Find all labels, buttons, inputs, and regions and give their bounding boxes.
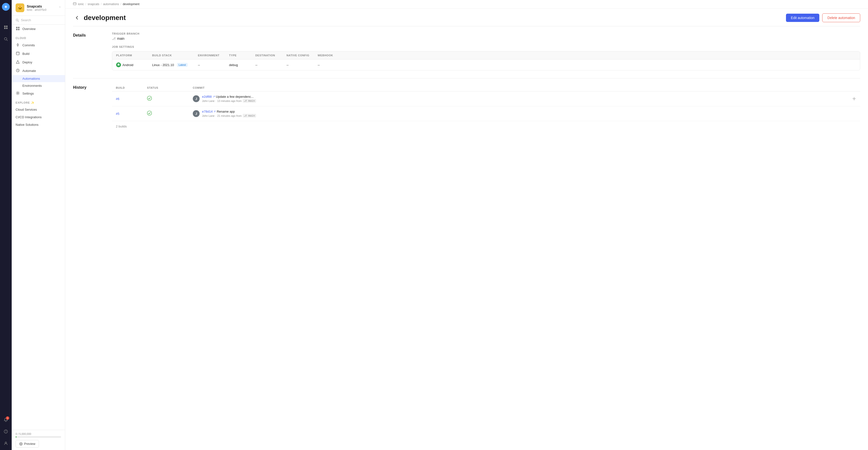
row-actions-1[interactable] (846, 96, 856, 101)
build-label: Build (22, 52, 29, 56)
sidebar-item-cicd[interactable]: CI/CD Integrations (12, 113, 65, 121)
progress-label: 0 / 5,000,000 (16, 432, 61, 435)
commit-hash-2[interactable]: e78d14 (202, 110, 213, 113)
history-row-2: #5 J (112, 106, 860, 121)
svg-marker-23 (16, 60, 19, 63)
commit-meta-2: John Lane · 21 minutes ago from ⎇ main (202, 114, 256, 117)
platform-value: Android (122, 63, 133, 67)
build-link-5-text[interactable]: #5 (116, 112, 119, 116)
history-col-actions (846, 86, 856, 89)
overview-icon[interactable] (2, 23, 10, 31)
preview-label: Preview (24, 442, 35, 446)
sidebar-subitem-automations[interactable]: Automations (12, 75, 65, 82)
job-settings-table: PLATFORM BUILD STACK ENVIRONMENT TYPE DE… (112, 51, 860, 71)
page-header: development Edit automation Delete autom… (65, 8, 868, 26)
commit-meta-1: John Lane · 13 minutes ago from ⎇ main (202, 99, 256, 103)
details-title: Details (73, 32, 102, 71)
breadcrumb-automations[interactable]: automations (103, 2, 119, 6)
sidebar-subitem-environments[interactable]: Environments (12, 82, 65, 89)
sidebar-item-native-solutions[interactable]: Native Solutions (12, 121, 65, 129)
delete-automation-button[interactable]: Delete automation (822, 13, 860, 22)
latest-badge: Latest (177, 63, 188, 67)
automations-label: Automations (22, 77, 40, 80)
history-col-status: STATUS (147, 86, 191, 89)
sidebar-item-deploy[interactable]: Deploy (12, 58, 65, 66)
commit-details-2: e78d14 ↗ Rename app John Lane · 21 minut… (202, 110, 256, 117)
environments-label: Environments (22, 84, 42, 87)
svg-rect-15 (18, 27, 20, 28)
breadcrumb-sep-3: / (121, 2, 121, 6)
success-icon-1 (147, 97, 152, 102)
external-link-icon-2: ↗ (214, 110, 216, 113)
edit-automation-button[interactable]: Edit automation (786, 13, 819, 22)
sidebar-item-build[interactable]: Build (12, 50, 65, 58)
svg-rect-16 (16, 29, 18, 30)
app-subtitle: Ionic · a41075c0 (27, 8, 56, 11)
overview-label: Overview (22, 27, 35, 31)
back-button[interactable] (73, 14, 81, 22)
page-title: development (84, 14, 126, 22)
svg-point-18 (17, 44, 19, 46)
cell-webhook: -- (318, 63, 347, 67)
history-row-1: #6 J (112, 91, 860, 106)
explore-sparkle-icon: ✨ (31, 101, 35, 104)
settings-label: Settings (22, 92, 34, 95)
col-webhook: WEBHOOK (318, 54, 347, 57)
svg-rect-5 (4, 28, 6, 29)
time-sep-1: · (215, 100, 216, 103)
branch-git-icon: ⎇ (112, 37, 116, 40)
icon-bar: 1 ? (0, 0, 12, 450)
time-ago-1: 13 minutes ago from (217, 100, 242, 103)
sidebar-item-cloud-services[interactable]: Cloud Services (12, 106, 65, 113)
sidebar-search: Search (12, 16, 65, 25)
bell-icon[interactable]: 1 (2, 416, 10, 424)
history-body: BUILD STATUS COMMIT #6 (112, 84, 860, 132)
history-col-commit: COMMIT (193, 86, 845, 89)
commit-hash-1[interactable]: e2df88 (202, 95, 212, 99)
help-icon[interactable]: ? (2, 428, 10, 435)
breadcrumb-sep-1: / (86, 2, 86, 6)
svg-rect-4 (6, 26, 7, 27)
app-logo[interactable] (2, 3, 10, 11)
cloud-section-label: CLOUD (12, 33, 65, 41)
sidebar-item-settings[interactable]: Settings (12, 89, 65, 98)
external-link-icon-1: ↗ (213, 95, 215, 98)
sidebar-item-automate[interactable]: Automate (12, 66, 65, 75)
build-link-6[interactable]: #6 (116, 97, 145, 101)
cell-destination: -- (255, 63, 284, 67)
sidebar: 🐱 Snapcats Ionic · a41075c0 ⌃ Search Ove… (12, 0, 65, 450)
col-native-config: NATIVE CONFIG (286, 54, 316, 57)
cloud-services-label: Cloud Services (16, 108, 37, 111)
header-actions: Edit automation Delete automation (786, 13, 860, 22)
preview-button[interactable]: Preview (16, 440, 39, 448)
sidebar-item-overview[interactable]: Overview (12, 25, 65, 33)
sidebar-header: 🐱 Snapcats Ionic · a41075c0 ⌃ (12, 0, 65, 16)
sidebar-item-commits[interactable]: Commits (12, 41, 65, 50)
header-divider (73, 26, 860, 26)
commit-message-1: Update a few dependenc... (216, 95, 254, 99)
build-link-5[interactable]: #5 (116, 112, 145, 116)
breadcrumb-snapcats[interactable]: snapcats (88, 2, 99, 6)
cicd-label: CI/CD Integrations (16, 115, 42, 119)
cell-platform: Android (116, 62, 150, 67)
user-icon[interactable] (2, 439, 10, 447)
breadcrumb-ionic[interactable]: ionic (78, 2, 84, 6)
svg-line-8 (7, 40, 7, 41)
build-icon (16, 51, 20, 56)
branch-2: ⎇ main (243, 114, 256, 117)
android-icon (116, 62, 121, 67)
svg-rect-3 (4, 26, 6, 27)
col-type: TYPE (229, 54, 253, 57)
notification-badge: 1 (6, 416, 9, 420)
search-placeholder: Search (21, 18, 31, 22)
sidebar-chevron-icon[interactable]: ⌃ (59, 6, 61, 9)
svg-rect-17 (18, 29, 20, 30)
branch-icon-2: ⎇ (244, 114, 247, 117)
search-icon[interactable] (2, 35, 10, 43)
details-body: TRIGGER BRANCH ⎇ main JOB SETTINGS PLATF… (112, 32, 860, 71)
build-stack-value: Linux - 2021.10 (152, 63, 174, 67)
col-destination: DESTINATION (255, 54, 284, 57)
svg-rect-21 (16, 52, 19, 55)
history-title: History (73, 84, 102, 132)
build-link-6-text[interactable]: #6 (116, 97, 119, 101)
